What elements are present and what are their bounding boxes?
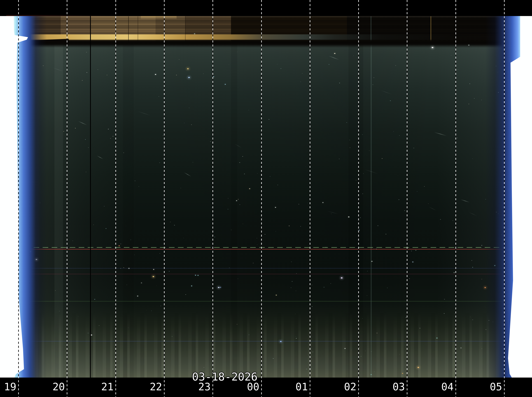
faint-star <box>98 69 98 70</box>
star <box>119 245 120 246</box>
faint-star <box>253 263 254 263</box>
faint-star <box>257 238 257 238</box>
faint-star <box>214 237 215 237</box>
star <box>468 45 469 45</box>
star <box>141 283 142 283</box>
hour-gridline-19 <box>18 0 19 397</box>
faint-star <box>411 251 412 251</box>
faint-star <box>356 180 356 180</box>
faint-star <box>295 314 295 314</box>
faint-star <box>300 226 301 227</box>
faint-star <box>351 350 352 350</box>
hour-label-05: 05 <box>490 381 502 393</box>
faint-star <box>113 136 113 136</box>
faint-star <box>248 335 249 335</box>
faint-star <box>172 336 173 337</box>
star <box>195 275 196 275</box>
star <box>437 338 437 338</box>
scan-line-green-faint <box>17 301 515 302</box>
hour-label-01: 01 <box>296 381 308 393</box>
star <box>371 374 372 375</box>
faint-star <box>262 218 262 218</box>
faint-star <box>471 260 472 261</box>
faint-star <box>229 65 229 65</box>
faint-star <box>238 199 239 200</box>
faint-star <box>228 198 228 198</box>
horizon-glow-texture <box>0 312 532 378</box>
faint-star <box>275 231 276 231</box>
faint-star <box>350 148 350 148</box>
faint-star <box>296 291 296 291</box>
faint-star <box>404 210 405 211</box>
faint-star <box>151 311 152 311</box>
faint-star <box>87 72 87 73</box>
star <box>461 348 461 348</box>
hour-gridline-23 <box>212 0 213 397</box>
hour-label-20: 20 <box>53 381 65 393</box>
faint-star <box>386 234 386 234</box>
star <box>345 348 346 349</box>
dark-cloud-base-band <box>0 16 532 49</box>
date-label: 03-18-2026 <box>192 371 257 383</box>
faint-star <box>242 156 243 157</box>
star <box>348 217 349 217</box>
faint-star <box>114 288 114 289</box>
faint-star <box>472 267 473 267</box>
star <box>249 188 250 189</box>
faint-star <box>292 281 293 282</box>
faint-star <box>330 283 331 284</box>
star <box>236 200 237 201</box>
faint-star <box>135 181 135 181</box>
star <box>225 84 226 85</box>
scan-line-red-solid <box>9 249 521 249</box>
faint-star <box>308 203 308 203</box>
faint-star <box>203 74 204 74</box>
faint-star <box>268 119 269 120</box>
faint-star <box>372 85 373 85</box>
faint-star <box>193 162 193 162</box>
star <box>137 296 138 296</box>
hour-label-03: 03 <box>393 381 405 393</box>
star <box>371 261 372 262</box>
faint-star <box>160 253 160 254</box>
faint-star <box>176 75 177 75</box>
hour-gridline-02 <box>358 0 359 397</box>
star <box>213 76 214 77</box>
faint-star <box>399 354 400 354</box>
faint-star <box>211 208 212 208</box>
star <box>432 47 433 48</box>
star <box>187 68 189 69</box>
star <box>91 335 92 335</box>
keogram-strip <box>0 16 532 378</box>
faint-star <box>181 188 181 188</box>
faint-star <box>415 250 416 250</box>
faint-star <box>228 209 228 209</box>
faint-star <box>75 128 76 128</box>
faint-star <box>289 226 290 226</box>
scan-line-blue-faint <box>17 268 512 268</box>
keogram-screenshot: 1920212223000102030405 03-18-2026 <box>0 0 532 397</box>
faint-star <box>470 84 470 84</box>
faint-star <box>377 333 377 333</box>
faint-star <box>362 318 363 319</box>
faint-star <box>301 82 301 82</box>
star <box>194 33 195 34</box>
star <box>191 286 192 286</box>
hour-gridline-22 <box>164 0 165 397</box>
hour-gridline-20 <box>67 0 67 397</box>
scan-line-blue-faint <box>17 341 509 341</box>
faint-star <box>108 129 109 130</box>
faint-star <box>237 324 237 324</box>
faint-star <box>106 228 106 229</box>
faint-star <box>88 333 89 333</box>
faint-star <box>174 225 175 225</box>
faint-star <box>377 225 378 226</box>
faint-star <box>420 328 420 329</box>
star <box>454 272 455 273</box>
star <box>218 287 219 288</box>
star <box>402 373 403 374</box>
faint-star <box>429 252 429 253</box>
hour-label-21: 21 <box>101 381 114 393</box>
faint-star <box>482 279 482 279</box>
hour-gridline-04 <box>455 0 456 397</box>
